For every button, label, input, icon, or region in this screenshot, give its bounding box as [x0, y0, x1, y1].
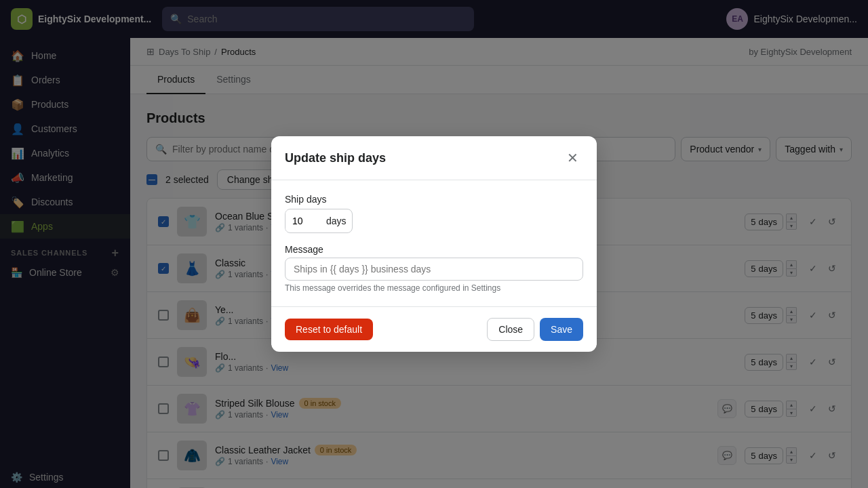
modal-overlay[interactable]: Update ship days ✕ Ship days days ▴ ▾ Me… [0, 0, 868, 488]
ship-days-spinners: ▴ ▾ [352, 209, 353, 232]
ship-days-field: days ▴ ▾ [285, 209, 353, 233]
message-input[interactable] [285, 258, 583, 281]
modal-save-button[interactable]: Save [540, 318, 583, 341]
modal-footer: Reset to default Close Save [271, 306, 597, 352]
days-unit-label: days [326, 210, 352, 232]
modal-close-button[interactable]: ✕ [561, 147, 583, 169]
modal-footer-actions: Close Save [487, 318, 583, 341]
message-field-label: Message [285, 244, 583, 255]
modal-body: Ship days days ▴ ▾ Message This message … [271, 180, 597, 306]
message-hint: This message overrides the message confi… [285, 283, 583, 293]
update-ship-days-modal: Update ship days ✕ Ship days days ▴ ▾ Me… [271, 136, 597, 352]
ship-days-field-label: Ship days [285, 194, 583, 205]
modal-header: Update ship days ✕ [271, 136, 597, 180]
modal-title: Update ship days [285, 151, 386, 165]
reset-to-default-button[interactable]: Reset to default [285, 319, 373, 340]
ship-days-number-input[interactable] [285, 210, 326, 232]
modal-close-action-button[interactable]: Close [487, 318, 534, 341]
